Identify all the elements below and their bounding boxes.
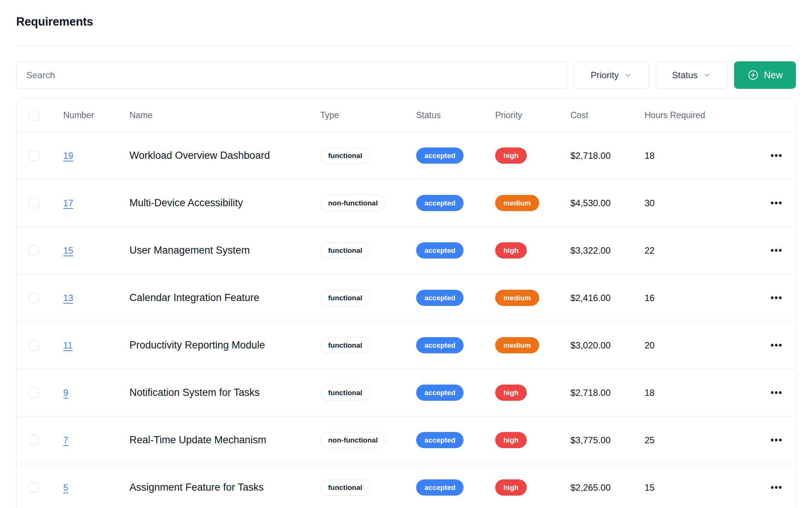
- hours-value: 18: [645, 388, 747, 398]
- type-badge: functional: [320, 385, 370, 401]
- hours-value: 22: [645, 245, 747, 256]
- ellipsis-icon: •••: [771, 340, 783, 350]
- requirement-number-link[interactable]: 19: [63, 151, 73, 161]
- hours-value: 20: [645, 340, 747, 351]
- row-actions-menu-button[interactable]: •••: [766, 242, 787, 259]
- table-row: 19 Workload Overview Dashboard functiona…: [17, 132, 795, 179]
- ellipsis-icon: •••: [771, 198, 783, 208]
- type-badge: functional: [320, 242, 370, 259]
- row-checkbox[interactable]: [29, 435, 39, 445]
- cost-value: $2,718.00: [570, 151, 645, 161]
- requirement-number-link[interactable]: 9: [63, 388, 68, 398]
- status-badge: accepted: [416, 290, 464, 306]
- requirements-table: Number Name Type Status Priority Cost Ho…: [16, 98, 796, 508]
- search-input[interactable]: [16, 61, 567, 89]
- status-filter-dropdown[interactable]: Status: [656, 61, 727, 89]
- select-all-checkbox[interactable]: [29, 110, 39, 120]
- new-button-label: New: [764, 70, 783, 81]
- row-actions-menu-button[interactable]: •••: [766, 479, 787, 496]
- requirement-number-link[interactable]: 15: [63, 245, 73, 256]
- requirement-name: Calendar Integration Feature: [129, 292, 320, 304]
- priority-filter-dropdown[interactable]: Priority: [574, 61, 649, 89]
- priority-badge: medium: [495, 337, 539, 353]
- table-row: 7 Real-Time Update Mechanism non-functio…: [17, 416, 795, 464]
- table-row: 5 Assignment Feature for Tasks functiona…: [17, 464, 795, 508]
- row-actions-menu-button[interactable]: •••: [766, 147, 787, 164]
- row-actions-menu-button[interactable]: •••: [766, 432, 787, 449]
- column-header-name: Name: [129, 110, 320, 120]
- column-header-status: Status: [416, 110, 495, 120]
- ellipsis-icon: •••: [771, 150, 783, 161]
- type-badge: non-functional: [320, 432, 386, 448]
- requirement-name: Workload Overview Dashboard: [129, 150, 320, 161]
- chevron-down-icon: [703, 71, 711, 79]
- requirement-name: Assignment Feature for Tasks: [129, 482, 320, 493]
- row-checkbox[interactable]: [29, 151, 39, 161]
- row-checkbox[interactable]: [29, 388, 39, 398]
- type-badge: functional: [320, 479, 370, 496]
- cost-value: $2,416.00: [570, 293, 645, 303]
- ellipsis-icon: •••: [771, 387, 783, 398]
- hours-value: 18: [645, 151, 747, 161]
- row-checkbox[interactable]: [29, 198, 39, 208]
- requirement-number-link[interactable]: 17: [63, 198, 73, 208]
- hours-value: 15: [645, 482, 747, 493]
- plus-circle-icon: [747, 69, 759, 81]
- priority-badge: medium: [495, 195, 539, 211]
- priority-badge: medium: [495, 290, 539, 306]
- column-header-cost: Cost: [570, 110, 645, 120]
- new-button[interactable]: New: [734, 61, 796, 89]
- type-badge: functional: [320, 337, 370, 353]
- column-header-number: Number: [63, 110, 129, 120]
- requirement-name: Notification System for Tasks: [129, 387, 320, 398]
- table-row: 17 Multi-Device Accessibility non-functi…: [17, 179, 795, 227]
- requirement-number-link[interactable]: 5: [63, 482, 68, 493]
- hours-value: 25: [645, 435, 747, 446]
- status-badge: accepted: [416, 385, 464, 401]
- requirement-number-link[interactable]: 13: [63, 293, 73, 303]
- row-actions-menu-button[interactable]: •••: [766, 384, 787, 401]
- ellipsis-icon: •••: [771, 292, 783, 303]
- cost-value: $3,775.00: [570, 435, 645, 446]
- row-actions-menu-button[interactable]: •••: [766, 195, 787, 211]
- priority-filter-label: Priority: [591, 70, 619, 81]
- requirement-name: Productivity Reporting Module: [129, 339, 320, 351]
- requirement-name: Real-Time Update Mechanism: [129, 434, 320, 446]
- requirement-name: Multi-Device Accessibility: [129, 197, 320, 209]
- priority-badge: high: [495, 432, 527, 448]
- status-badge: accepted: [416, 148, 464, 164]
- status-badge: accepted: [416, 195, 464, 211]
- cost-value: $3,020.00: [570, 340, 645, 351]
- requirement-number-link[interactable]: 7: [63, 435, 68, 445]
- requirements-page: Requirements Priority Status New: [0, 14, 812, 508]
- table-row: 15 User Management System functional acc…: [17, 227, 795, 274]
- row-actions-menu-button[interactable]: •••: [766, 337, 787, 354]
- row-checkbox[interactable]: [29, 482, 39, 493]
- table-row: 11 Productivity Reporting Module functio…: [17, 321, 795, 369]
- cost-value: $2,718.00: [570, 388, 645, 398]
- ellipsis-icon: •••: [771, 245, 783, 256]
- requirement-number-link[interactable]: 11: [63, 340, 73, 350]
- chevron-down-icon: [624, 71, 632, 79]
- table-row: 9 Notification System for Tasks function…: [17, 369, 795, 416]
- row-actions-menu-button[interactable]: •••: [766, 289, 787, 306]
- row-checkbox[interactable]: [29, 340, 39, 350]
- priority-badge: high: [495, 479, 527, 496]
- status-badge: accepted: [416, 432, 464, 448]
- column-header-hours: Hours Required: [645, 110, 747, 120]
- table-body: 19 Workload Overview Dashboard functiona…: [17, 132, 795, 508]
- priority-badge: high: [495, 148, 527, 164]
- status-badge: accepted: [416, 242, 464, 259]
- row-checkbox[interactable]: [29, 293, 39, 303]
- column-header-priority: Priority: [495, 110, 570, 120]
- hours-value: 30: [645, 198, 747, 208]
- cost-value: $4,530.00: [570, 198, 645, 208]
- priority-badge: high: [495, 242, 527, 259]
- ellipsis-icon: •••: [771, 482, 783, 493]
- toolbar: Priority Status New: [16, 61, 796, 89]
- type-badge: functional: [320, 290, 370, 306]
- ellipsis-icon: •••: [771, 435, 783, 445]
- row-checkbox[interactable]: [29, 245, 39, 256]
- status-filter-label: Status: [672, 70, 698, 81]
- table-row: 13 Calendar Integration Feature function…: [17, 274, 795, 321]
